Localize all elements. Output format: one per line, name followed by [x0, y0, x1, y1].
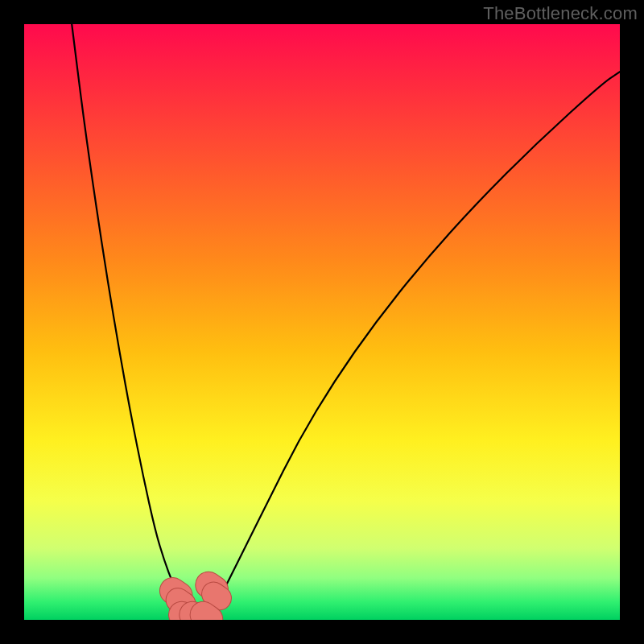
chart-plot-area [24, 24, 620, 620]
chart-frame: TheBottleneck.com [0, 0, 644, 644]
chart-background [24, 24, 620, 620]
watermark-text: TheBottleneck.com [483, 3, 638, 24]
chart-svg [24, 24, 620, 620]
